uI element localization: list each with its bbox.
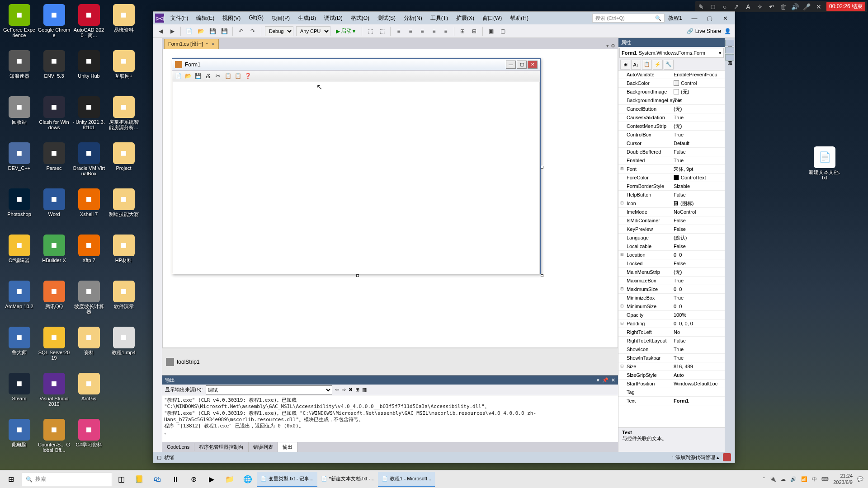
dock-tab[interactable]: 属性	[725, 47, 734, 53]
property-row[interactable]: KeyPreviewFalse	[618, 225, 725, 234]
desktop-icon[interactable]: ■ArcGis	[72, 371, 106, 416]
desktop-icon[interactable]: ■Visual Studio 2019	[37, 371, 71, 416]
property-row[interactable]: Font宋体, 9pt	[618, 165, 725, 174]
form-maximize-button[interactable]: ▢	[517, 61, 527, 69]
desktop-icon[interactable]: ■Word	[37, 187, 71, 232]
dropdown-icon[interactable]: ▾	[597, 377, 599, 383]
toolstrip-button[interactable]: 📄	[174, 72, 182, 80]
desktop-icon[interactable]: ■SQL Server2019	[37, 325, 71, 370]
resize-handle[interactable]	[356, 274, 359, 277]
desktop-icon[interactable]: ■HP材料	[107, 233, 141, 278]
toolstrip-button[interactable]: 📂	[184, 72, 192, 80]
component-label[interactable]: toolStrip1	[177, 359, 200, 365]
toggle-icon[interactable]: ▦	[362, 387, 367, 393]
property-row[interactable]: ControlBoxTrue	[618, 131, 725, 139]
keyboard-icon[interactable]: ⌨	[821, 476, 829, 482]
app-icon[interactable]: 📒	[130, 470, 148, 488]
property-row[interactable]: CausesValidationTrue	[618, 113, 725, 122]
menu-item[interactable]: 窗口(W)	[479, 13, 505, 24]
property-row[interactable]: Location0, 0	[618, 251, 725, 259]
brush-icon[interactable]: ✧	[756, 3, 764, 11]
output-tab[interactable]: 错误列表	[249, 442, 278, 452]
save-icon[interactable]: 💾	[208, 27, 217, 36]
speaker-icon[interactable]: 🔊	[791, 3, 799, 11]
platform-select[interactable]: Any CPU	[296, 26, 330, 36]
order-icon[interactable]: ▢	[498, 27, 507, 36]
align-icon[interactable]: ≡	[406, 27, 415, 36]
output-tab[interactable]: 输出	[278, 442, 297, 452]
liveshare-button[interactable]: Live Share	[695, 28, 721, 34]
usb-icon[interactable]: 🔌	[770, 476, 776, 482]
property-row[interactable]: Size816, 489	[618, 362, 725, 371]
form-minimize-button[interactable]: —	[506, 61, 516, 69]
search-input[interactable]: 搜索 (Ctrl+Q) 🔍	[592, 14, 665, 23]
menu-item[interactable]: 调试(D)	[321, 13, 346, 24]
property-row[interactable]: IsMdiContainerFalse	[618, 216, 725, 225]
spacing-icon[interactable]: ⊟	[470, 27, 479, 36]
document-tab[interactable]: Form1.cs [设计] ⁃ ✕	[164, 39, 219, 49]
component-tray[interactable]: toolStrip1	[162, 348, 618, 375]
menu-item[interactable]: 项目(P)	[268, 13, 293, 24]
menu-item[interactable]: 分析(N)	[400, 13, 426, 24]
output-source-select[interactable]: 调试	[206, 385, 332, 394]
property-row[interactable]: ShowInTaskbarTrue	[618, 354, 725, 362]
property-row[interactable]: Language(默认)	[618, 234, 725, 242]
toolstrip-button[interactable]: 📋	[234, 72, 242, 80]
dock-tab[interactable]: 解决方案资源管理器	[725, 40, 734, 46]
desktop-icon[interactable]: ■教程1.mp4	[107, 325, 141, 370]
property-row[interactable]: RightToLeftLayoutFalse	[618, 337, 725, 345]
minimize-button[interactable]: —	[687, 13, 702, 23]
property-row[interactable]: MinimumSize0, 0	[618, 302, 725, 311]
desktop-icon[interactable]: ■测绘技能大赛	[107, 187, 141, 232]
toolstrip-button[interactable]: ❓	[244, 72, 252, 80]
menu-item[interactable]: 测试(S)	[374, 13, 399, 24]
config-select[interactable]: Debug	[265, 26, 293, 36]
alphabetical-icon[interactable]: A↓	[631, 60, 641, 70]
property-row[interactable]: BackColorControl	[618, 79, 725, 88]
app-icon[interactable]: 🛍	[148, 470, 166, 488]
desktop-icon[interactable]: ■ArcMap 10.2	[2, 279, 36, 324]
clear-icon[interactable]: ✖	[349, 387, 353, 393]
property-row[interactable]: SizeGripStyleAuto	[618, 371, 725, 380]
desktop-icon[interactable]: ■Google Chrome	[37, 2, 71, 47]
close-icon[interactable]: ✕	[815, 3, 823, 11]
property-row[interactable]: Padding0, 0, 0, 0	[618, 319, 725, 328]
app-icon[interactable]: ⊛	[184, 470, 203, 488]
output-tab[interactable]: 程序包管理器控制台	[194, 442, 249, 452]
menu-item[interactable]: 工具(T)	[427, 13, 452, 24]
close-icon[interactable]: ✕	[611, 377, 615, 383]
gear-icon[interactable]: ⚙	[611, 43, 615, 49]
property-row[interactable]: ShowIconTrue	[618, 345, 725, 354]
property-row[interactable]: HelpButtonFalse	[618, 191, 725, 199]
desktop-icon[interactable]	[107, 417, 141, 462]
redo-icon[interactable]: ↷	[248, 27, 257, 36]
square-icon[interactable]: □	[709, 3, 717, 11]
align-icon[interactable]: ≡	[429, 27, 439, 36]
property-row[interactable]: MaximumSize0, 0	[618, 285, 725, 294]
ime-icon[interactable]: 中	[812, 476, 817, 483]
desktop-icon[interactable]: ■Counter-S... Global Off...	[37, 417, 71, 462]
taskbar-search[interactable]: 🔍 搜索	[22, 473, 112, 486]
back-icon[interactable]: ◀	[156, 27, 165, 36]
property-row[interactable]: DoubleBufferedFalse	[618, 148, 725, 156]
properties-grid[interactable]: AutoValidateEnablePreventFocuBackColorCo…	[618, 70, 725, 427]
prev-icon[interactable]: ⇦	[335, 387, 339, 393]
pin-icon[interactable]: 📌	[602, 377, 609, 383]
menu-item[interactable]: 生成(B)	[294, 13, 320, 24]
menu-item[interactable]: 格式(O)	[347, 13, 373, 24]
pencil-icon[interactable]: ✎	[697, 3, 705, 11]
desktop-icon[interactable]: ■Oracle VM VirtualBox	[72, 141, 106, 186]
desktop-icon[interactable]: ■ENVI 5.3	[37, 48, 71, 94]
property-row[interactable]: BackgroundImage(无)	[618, 88, 725, 96]
dropdown-icon[interactable]: ▾	[606, 43, 609, 49]
onedrive-icon[interactable]: ☁	[781, 476, 786, 482]
desktop-icon[interactable]: ■坡度坡长计算器	[72, 279, 106, 324]
property-row[interactable]: RightToLeftNo	[618, 328, 725, 337]
resize-handle[interactable]	[541, 166, 543, 169]
taskbar-task[interactable]: 📄教程1 - Microsoft...	[378, 472, 435, 487]
pin-icon[interactable]: ⁃	[206, 41, 208, 47]
app-icon[interactable]: ⏸	[166, 470, 184, 488]
properties-title[interactable]: 属性	[618, 38, 725, 47]
toolstrip-button[interactable]: ✂	[214, 72, 222, 80]
desktop-icon[interactable]: ■腾讯QQ	[37, 279, 71, 324]
